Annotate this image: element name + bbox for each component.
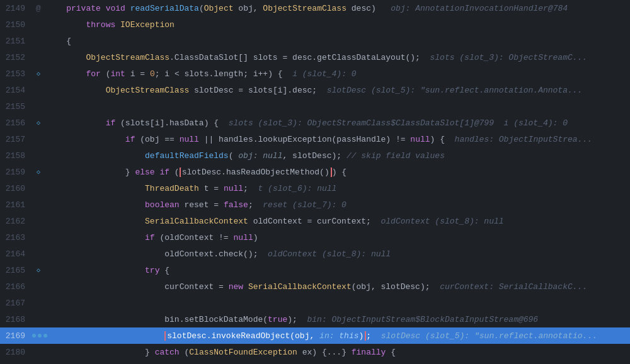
line-content-2158: defaultReadFields( obj: null, slotDesc);… [44,151,630,161]
line-number-2157: 2157 [0,135,33,144]
line-number-2151: 2151 [0,37,33,46]
breakpoint-area-2149[interactable]: @ [33,4,44,13]
line-content-2167 [44,299,630,308]
line-content-2168: bin.setBlockDataMode(true); bin: ObjectI… [44,315,630,324]
breakpoint-area-2169[interactable] [33,334,44,338]
line-number-2153: 2153 [0,69,33,79]
code-line-2165: 2165 ◇ try { [0,262,630,278]
line-number-2169: 2169 [0,331,33,341]
code-line-2180: 2180 } catch (ClassNotFoundException ex)… [0,344,630,360]
line-content-2165: try { [44,266,630,275]
code-line-2149: 2149 @ private void readSerialData(Objec… [0,0,630,16]
code-line-2155: 2155 [0,98,630,115]
breakpoint-area-2156[interactable]: ◇ [33,119,44,127]
diamond-icon-2159: ◇ [37,168,40,176]
line-number-2164: 2164 [0,249,33,259]
line-number-2163: 2163 [0,233,33,242]
code-line-2168: 2168 bin.setBlockDataMode(true); bin: Ob… [0,311,630,327]
breakpoint-area-2153[interactable]: ◇ [33,70,44,77]
line-number-2159: 2159 [0,168,33,177]
code-line-2181: 2181 do {...} while (!reset); [0,360,630,364]
line-number-2158: 2158 [0,151,33,161]
code-line-2151: 2151 { [0,33,630,49]
line-number-2160: 2160 [0,184,33,193]
line-number-2156: 2156 [0,118,33,128]
line-content-2152: ObjectStreamClass.ClassDataSlot[] slots … [44,53,630,62]
at-symbol: @ [36,4,41,13]
code-line-2159: 2159 ◇ } else if (slotDesc.hasReadObject… [0,164,630,180]
line-content-2169: slotDesc.invokeReadObject(obj, in: this)… [44,331,630,341]
code-line-2160: 2160 ThreadDeath t = null; t (slot_6): n… [0,180,630,196]
line-content-2151: { [44,37,630,46]
code-editor: 2149 @ private void readSerialData(Objec… [0,0,630,364]
line-number-2161: 2161 [0,200,33,210]
line-number-2167: 2167 [0,299,33,308]
code-line-2154: 2154 ObjectStreamClass slotDesc = slots[… [0,82,630,98]
code-line-2166: 2166 curContext = new SerialCallbackCont… [0,278,630,295]
code-line-2157: 2157 if (obj == null || handles.lookupEx… [0,131,630,147]
line-content-2157: if (obj == null || handles.lookupExcepti… [44,135,630,144]
line-number-2162: 2162 [0,217,33,226]
line-number-2154: 2154 [0,86,33,95]
code-line-2164: 2164 oldContext.check(); oldContext (slo… [0,246,630,262]
line-content-2161: boolean reset = false; reset (slot_7): 0 [44,200,630,210]
line-content-2164: oldContext.check(); oldContext (slot_8):… [44,249,630,259]
line-number-2180: 2180 [0,348,33,357]
code-line-2163: 2163 if (oldContext != null) [0,229,630,246]
line-content-2156: if (slots[i].hasData) { slots (slot_3): … [44,118,630,128]
code-line-2169: 2169 slotDesc.invokeReadObject(obj, in: … [0,327,630,344]
code-line-2152: 2152 ObjectStreamClass.ClassDataSlot[] s… [0,49,630,65]
line-number-2149: 2149 [0,4,33,13]
diamond-icon-2165: ◇ [37,266,40,274]
line-number-2166: 2166 [0,282,33,292]
line-content-2150: throws IOException [44,20,630,30]
line-number-2152: 2152 [0,53,33,62]
code-line-2156: 2156 ◇ if (slots[i].hasData) { slots (sl… [0,115,630,131]
code-line-2161: 2161 boolean reset = false; reset (slot_… [0,196,630,213]
line-content-2153: for (int i = 0; i < slots.length; i++) {… [44,69,630,79]
line-number-2150: 2150 [0,20,33,30]
breakpoint-area-2159[interactable]: ◇ [33,168,44,176]
line-content-2160: ThreadDeath t = null; t (slot_6): null [44,184,630,193]
code-line-2162: 2162 SerialCallbackContext oldContext = … [0,213,630,229]
exec-dot-2 [38,334,42,338]
line-number-2168: 2168 [0,315,33,324]
diamond-icon-2153: ◇ [37,70,40,77]
line-content-2162: SerialCallbackContext oldContext = curCo… [44,217,630,226]
code-line-2150: 2150 throws IOException [0,16,630,33]
line-content-2166: curContext = new SerialCallbackContext(o… [44,282,630,292]
code-line-2153: 2153 ◇ for (int i = 0; i < slots.length;… [0,65,630,82]
line-number-2155: 2155 [0,102,33,111]
code-line-2167: 2167 [0,295,630,311]
line-content-2154: ObjectStreamClass slotDesc = slots[i].de… [44,86,630,95]
line-content-2155 [44,102,630,111]
line-content-2163: if (oldContext != null) [44,233,630,242]
exec-dot-1 [32,334,36,338]
line-content-2149: private void readSerialData(Object obj, … [44,4,630,13]
breakpoint-area-2165[interactable]: ◇ [33,266,44,274]
line-content-2180: } catch (ClassNotFoundException ex) {...… [44,348,630,357]
diamond-icon-2156: ◇ [37,119,40,127]
code-line-2158: 2158 defaultReadFields( obj: null, slotD… [0,147,630,164]
line-number-2165: 2165 [0,266,33,275]
line-content-2159: } else if (slotDesc.hasReadObjectMethod(… [44,168,630,177]
